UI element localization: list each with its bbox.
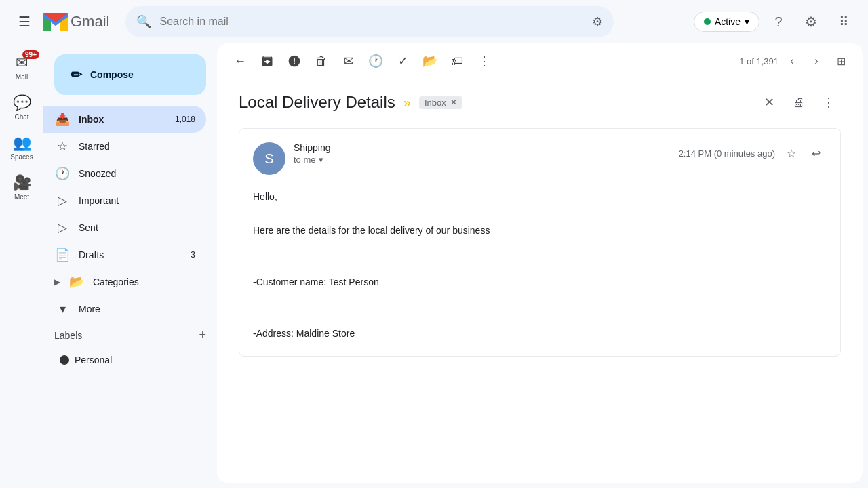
body-address: -Address: Maldine Store [253,325,827,342]
sent-icon: ▷ [54,220,71,235]
meet-icon: 🎥 [13,174,31,192]
compose-button[interactable]: ✏ Compose [54,54,206,95]
email-subject: Local Delivery Details [239,93,395,112]
menu-button[interactable]: ☰ [11,8,38,35]
sender-to[interactable]: to me ▾ [294,155,671,165]
label-dot [60,355,69,365]
split-view-button[interactable]: ⊞ [830,50,852,72]
categories-icon: 📂 [68,274,85,289]
next-email-button[interactable]: › [806,50,827,72]
mail-badge: 99+ [22,50,39,59]
topbar-right: Active ▾ ? ⚙ ⠿ [694,8,857,35]
categories-label: Categories [93,277,195,287]
mark-unread-button[interactable]: ✉ [336,49,361,73]
sidebar-item-more[interactable]: ▾ More [43,296,206,323]
sidebar-item-mail[interactable]: ✉ Mail 99+ [3,49,41,86]
search-filter-icon[interactable]: ⚙ [592,14,603,29]
sender-to-text: to me [294,155,316,165]
more-label: More [79,304,195,314]
message-actions: ☆ ↩ [781,142,827,164]
spaces-label: Spaces [10,153,33,161]
move-to-button[interactable]: 📂 [418,49,442,73]
sidebar-item-chat[interactable]: 💬 Chat [3,89,41,126]
sender-info: Shipping to me ▾ [294,142,671,165]
email-message: S Shipping to me ▾ 2:14 PM (0 minutes ag… [239,128,841,357]
body-hello: Hello, [253,188,827,205]
drafts-icon: 📄 [54,247,71,262]
starred-label: Starred [79,141,195,152]
report-spam-button[interactable] [282,49,307,73]
compose-label: Compose [90,69,134,80]
chat-label: Chat [14,113,28,121]
email-body-area: Local Delivery Details » Inbox ✕ ✕ 🖨 ⋮ S [217,79,863,483]
active-button[interactable]: Active ▾ [694,12,760,32]
sidebar-item-important[interactable]: ▷ Important [43,187,206,214]
settings-button[interactable]: ⚙ [797,8,825,35]
inbox-tag-label: Inbox [425,98,446,108]
email-subject-row: Local Delivery Details » Inbox ✕ ✕ 🖨 ⋮ [239,90,841,115]
labels-section: Labels + Personal [43,323,217,378]
meet-label: Meet [14,193,29,201]
star-message-button[interactable]: ☆ [781,142,802,164]
gmail-logo[interactable]: Gmail [43,13,109,31]
inbox-icon: 📥 [54,112,71,127]
mail-label: Mail [16,73,28,81]
more-email-button[interactable]: ⋮ [816,90,841,115]
drafts-label: Drafts [79,249,182,260]
sidebar-item-inbox[interactable]: 📥 Inbox 1,018 [43,106,206,133]
body-intro: Here are the details for the local deliv… [253,222,827,239]
more-icon: ▾ [54,302,71,317]
delete-button[interactable]: 🗑 [309,49,334,73]
prev-email-button[interactable]: ‹ [781,50,803,72]
starred-icon: ☆ [54,139,71,154]
inbox-tag: Inbox ✕ [419,96,462,109]
inbox-count: 1,018 [175,115,195,124]
sidebar-item-spaces[interactable]: 👥 Spaces [3,129,41,166]
sidebar-item-drafts[interactable]: 📄 Drafts 3 [43,241,206,268]
search-input[interactable] [159,16,584,28]
sidebar-item-snoozed[interactable]: 🕐 Snoozed [43,160,206,187]
label-button[interactable]: 🏷 [445,49,469,73]
email-toolbar: ← 🗑 ✉ 🕐 ✓ 📂 🏷 ⋮ 1 of 1,391 ‹ › ⊞ [217,43,863,79]
labels-title: Labels [54,330,82,341]
sidebar-item-starred[interactable]: ☆ Starred [43,133,206,160]
back-button[interactable]: ← [228,49,252,73]
snoozed-label: Snoozed [79,168,195,179]
reply-message-button[interactable]: ↩ [805,142,827,164]
print-email-button[interactable]: 🖨 [787,90,811,115]
apps-button[interactable]: ⠿ [830,8,857,35]
sidebar-item-meet[interactable]: 🎥 Meet [3,169,41,206]
topbar: ☰ Gmail 🔍 ⚙ Active ▾ ? ⚙ ⠿ [0,0,868,43]
inbox-label: Inbox [79,114,167,125]
sender-avatar: S [253,142,285,175]
label-name-personal: Personal [75,354,112,365]
chat-icon: 💬 [13,94,31,112]
compose-icon: ✏ [71,66,82,83]
gmail-logo-text: Gmail [71,13,109,30]
archive-button[interactable] [255,49,279,73]
timestamp: 2:14 PM (0 minutes ago) [679,148,775,159]
message-time: 2:14 PM (0 minutes ago) ☆ ↩ [679,142,827,164]
drafts-count: 3 [191,250,195,260]
snooze-button[interactable]: 🕐 [363,49,388,73]
more-actions-button[interactable]: ⋮ [472,49,496,73]
categories-expand-icon: ▶ [54,277,60,287]
sidebar-item-sent[interactable]: ▷ Sent [43,214,206,241]
main-layout: ✉ Mail 99+ 💬 Chat 👥 Spaces 🎥 Meet ✏ Comp… [0,43,868,488]
label-item-personal[interactable]: Personal [54,348,195,372]
important-icon: ▷ [54,193,71,208]
sidebar-icon-nav: ✉ Mail 99+ 💬 Chat 👥 Spaces 🎥 Meet [0,43,43,488]
add-task-button[interactable]: ✓ [391,49,415,73]
left-nav: ✏ Compose 📥 Inbox 1,018 ☆ Starred 🕐 Snoo… [43,43,217,488]
pagination-text: 1 of 1,391 [739,56,778,66]
sent-label: Sent [79,222,195,233]
spaces-icon: 👥 [13,134,31,152]
labels-add-button[interactable]: + [199,328,206,342]
help-button[interactable]: ? [765,8,792,35]
sidebar-item-categories[interactable]: ▶ 📂 Categories [43,268,206,296]
inbox-tag-remove[interactable]: ✕ [450,98,457,107]
search-bar: 🔍 ⚙ [125,6,614,37]
email-subject-actions: ✕ 🖨 ⋮ [757,90,841,115]
close-email-button[interactable]: ✕ [757,90,781,115]
sender-name: Shipping [294,142,671,153]
